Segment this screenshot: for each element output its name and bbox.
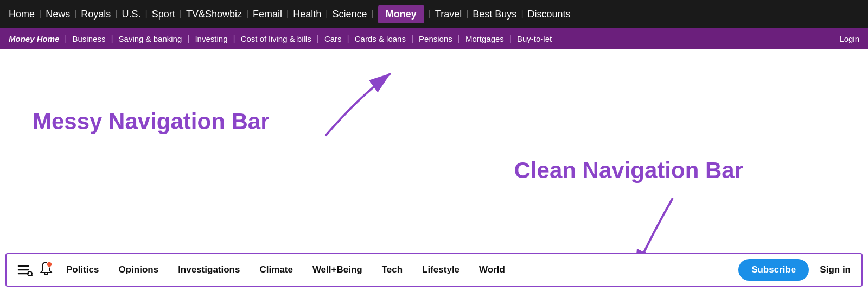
subnav-item-cars[interactable]: Cars xyxy=(311,34,342,43)
messy-arrow xyxy=(315,65,401,143)
subnav-link-business[interactable]: Business xyxy=(73,34,106,43)
nav-link-news[interactable]: News xyxy=(46,9,70,20)
subnav-item-business[interactable]: Business xyxy=(59,34,105,43)
clean-nav-tech[interactable]: Tech xyxy=(382,264,403,275)
subnav-item-investing[interactable]: Investing xyxy=(182,34,227,43)
nav-link-royals[interactable]: Royals xyxy=(81,9,111,20)
sign-in-link[interactable]: Sign in xyxy=(820,264,851,275)
clean-nav-climate[interactable]: Climate xyxy=(259,264,292,275)
nav-item-science[interactable]: Science xyxy=(321,9,367,20)
subnav-link-investing[interactable]: Investing xyxy=(195,34,227,43)
nav-link-science[interactable]: Science xyxy=(332,9,367,20)
clean-nav-lifestyle[interactable]: Lifestyle xyxy=(422,264,459,275)
messy-nav-label: Messy Navigation Bar xyxy=(33,109,270,135)
nav-link-femail[interactable]: Femail xyxy=(253,9,282,20)
subnav-item-mortgages[interactable]: Mortgages xyxy=(452,34,504,43)
subnav-link-buytolet[interactable]: Buy-to-let xyxy=(517,34,552,43)
nav-item-royals[interactable]: Royals xyxy=(70,9,111,20)
clean-navigation-bar: Politics Opinions Investigations Climate… xyxy=(5,253,863,287)
svg-line-6 xyxy=(31,275,33,276)
clean-nav-icons xyxy=(17,261,53,279)
clean-nav-label: Clean Navigation Bar xyxy=(514,157,743,184)
menu-search-icon[interactable] xyxy=(17,264,33,276)
top-navigation: Home News Royals U.S. Sport TV&Showbiz F… xyxy=(0,0,868,28)
nav-link-health[interactable]: Health xyxy=(293,9,321,20)
subnav-item-buytolet[interactable]: Buy-to-let xyxy=(504,34,552,43)
subnav-link-costliving[interactable]: Cost of living & bills xyxy=(241,34,311,43)
main-content: Messy Navigation Bar Clean Navigation Ba… xyxy=(0,49,868,291)
subnav-link-pensions[interactable]: Pensions xyxy=(419,34,452,43)
sub-nav-login[interactable]: Login xyxy=(839,34,859,43)
nav-item-us[interactable]: U.S. xyxy=(111,9,141,20)
clean-nav-opinions[interactable]: Opinions xyxy=(118,264,158,275)
subnav-item-saving[interactable]: Saving & banking xyxy=(105,34,182,43)
subnav-item-costliving[interactable]: Cost of living & bills xyxy=(228,34,311,43)
sub-navigation: Money Home Business Saving & banking Inv… xyxy=(0,28,868,49)
bell-icon[interactable] xyxy=(39,261,53,279)
nav-item-sport[interactable]: Sport xyxy=(141,9,175,20)
clean-nav-items: Politics Opinions Investigations Climate… xyxy=(66,264,738,275)
subnav-link-cards[interactable]: Cards & loans xyxy=(355,34,406,43)
nav-item-discounts[interactable]: Discounts xyxy=(516,9,570,20)
subnav-link-cars[interactable]: Cars xyxy=(324,34,342,43)
clean-nav-world[interactable]: World xyxy=(479,264,505,275)
nav-link-us[interactable]: U.S. xyxy=(122,9,141,20)
nav-link-home[interactable]: Home xyxy=(9,9,35,20)
nav-item-femail[interactable]: Femail xyxy=(242,9,282,20)
subnav-item-moneyhome[interactable]: Money Home xyxy=(9,34,59,43)
nav-link-tvshowbiz[interactable]: TV&Showbiz xyxy=(186,9,242,20)
subnav-item-cards[interactable]: Cards & loans xyxy=(342,34,406,43)
nav-item-travel[interactable]: Travel xyxy=(424,9,462,20)
subnav-link-moneyhome[interactable]: Money Home xyxy=(9,34,59,43)
clean-nav-wellbeing[interactable]: Well+Being xyxy=(312,264,362,275)
svg-point-7 xyxy=(47,262,52,267)
nav-item-tvshowbiz[interactable]: TV&Showbiz xyxy=(175,9,242,20)
nav-item-health[interactable]: Health xyxy=(282,9,321,20)
nav-link-travel[interactable]: Travel xyxy=(435,9,462,20)
subnav-link-mortgages[interactable]: Mortgages xyxy=(465,34,504,43)
nav-link-sport[interactable]: Sport xyxy=(152,9,175,20)
sub-nav-list: Money Home Business Saving & banking Inv… xyxy=(9,34,839,43)
top-nav-list: Home News Royals U.S. Sport TV&Showbiz F… xyxy=(9,5,571,23)
clean-nav-politics[interactable]: Politics xyxy=(66,264,99,275)
nav-item-news[interactable]: News xyxy=(35,9,70,20)
nav-item-money[interactable]: Money xyxy=(367,5,424,23)
subnav-link-saving[interactable]: Saving & banking xyxy=(119,34,182,43)
subscribe-button[interactable]: Subscribe xyxy=(738,259,809,281)
nav-item-home[interactable]: Home xyxy=(9,9,35,20)
nav-item-bestbuys[interactable]: Best Buys xyxy=(462,9,516,20)
subnav-item-pensions[interactable]: Pensions xyxy=(406,34,452,43)
nav-link-money[interactable]: Money xyxy=(378,5,424,23)
nav-link-discounts[interactable]: Discounts xyxy=(528,9,571,20)
nav-link-bestbuys[interactable]: Best Buys xyxy=(473,9,516,20)
clean-nav-investigations[interactable]: Investigations xyxy=(178,264,240,275)
